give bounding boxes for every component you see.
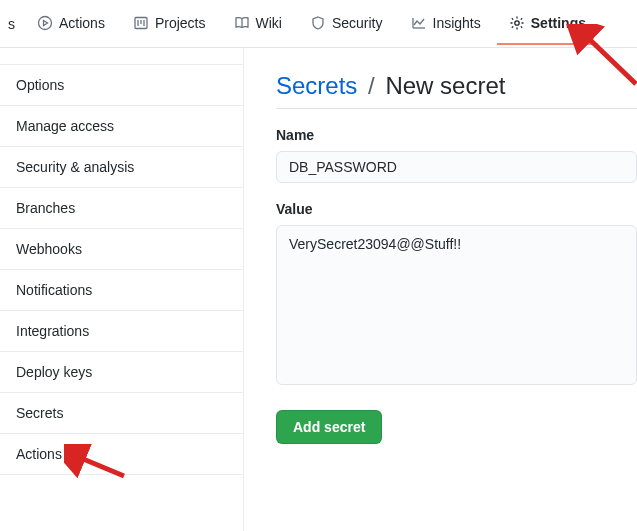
value-label: Value bbox=[276, 201, 637, 217]
sidebar-item-manage-access[interactable]: Manage access bbox=[0, 106, 243, 147]
gear-icon bbox=[509, 15, 525, 31]
svg-point-6 bbox=[515, 20, 519, 24]
layout: Options Manage access Security & analysi… bbox=[0, 48, 637, 531]
breadcrumb-link-secrets[interactable]: Secrets bbox=[276, 72, 357, 99]
sidebar-item-label: Integrations bbox=[16, 323, 89, 339]
sidebar-item-label: Options bbox=[16, 77, 64, 93]
sidebar-item-webhooks[interactable]: Webhooks bbox=[0, 229, 243, 270]
shield-icon bbox=[310, 15, 326, 31]
tab-insights[interactable]: Insights bbox=[399, 3, 493, 45]
name-field-group: Name bbox=[276, 127, 637, 183]
value-field-group: Value bbox=[276, 201, 637, 388]
sidebar-item-notifications[interactable]: Notifications bbox=[0, 270, 243, 311]
main-content: Secrets / New secret Name Value Add secr… bbox=[244, 48, 637, 531]
tab-settings[interactable]: Settings bbox=[497, 3, 598, 45]
add-secret-button[interactable]: Add secret bbox=[276, 410, 382, 444]
sidebar-item-secrets[interactable]: Secrets bbox=[0, 393, 243, 434]
sidebar-item-label: Webhooks bbox=[16, 241, 82, 257]
breadcrumb-separator: / bbox=[368, 72, 375, 99]
sidebar-item-label: Branches bbox=[16, 200, 75, 216]
name-label: Name bbox=[276, 127, 637, 143]
tab-label: Projects bbox=[155, 15, 206, 31]
sidebar-item-label: Secrets bbox=[16, 405, 63, 421]
settings-sidebar: Options Manage access Security & analysi… bbox=[0, 48, 244, 531]
project-icon bbox=[133, 15, 149, 31]
tab-security[interactable]: Security bbox=[298, 3, 395, 45]
sidebar-item-label: Actions bbox=[16, 446, 62, 462]
sidebar-item-label: Notifications bbox=[16, 282, 92, 298]
sidebar-item-label: Deploy keys bbox=[16, 364, 92, 380]
truncated-tab-fragment: s bbox=[8, 4, 21, 44]
sidebar-item-integrations[interactable]: Integrations bbox=[0, 311, 243, 352]
sidebar-list: Options Manage access Security & analysi… bbox=[0, 64, 243, 475]
tab-label: Security bbox=[332, 15, 383, 31]
sidebar-item-deploy-keys[interactable]: Deploy keys bbox=[0, 352, 243, 393]
tab-actions[interactable]: Actions bbox=[25, 3, 117, 45]
svg-point-0 bbox=[39, 16, 52, 29]
tab-label: Insights bbox=[433, 15, 481, 31]
sidebar-item-label: Manage access bbox=[16, 118, 114, 134]
secret-value-textarea[interactable] bbox=[276, 225, 637, 385]
sidebar-item-security-analysis[interactable]: Security & analysis bbox=[0, 147, 243, 188]
tab-wiki[interactable]: Wiki bbox=[222, 3, 294, 45]
repo-topnav: s Actions Projects Wiki Security Insight… bbox=[0, 0, 637, 48]
sidebar-item-actions[interactable]: Actions bbox=[0, 434, 243, 475]
book-icon bbox=[234, 15, 250, 31]
sidebar-item-branches[interactable]: Branches bbox=[0, 188, 243, 229]
tab-label: Wiki bbox=[256, 15, 282, 31]
sidebar-item-label: Security & analysis bbox=[16, 159, 134, 175]
sidebar-item-options[interactable]: Options bbox=[0, 64, 243, 106]
breadcrumb: Secrets / New secret bbox=[276, 72, 637, 109]
tab-label: Settings bbox=[531, 15, 586, 31]
tab-projects[interactable]: Projects bbox=[121, 3, 218, 45]
breadcrumb-current: New secret bbox=[385, 72, 505, 99]
tab-label: Actions bbox=[59, 15, 105, 31]
graph-icon bbox=[411, 15, 427, 31]
secret-name-input[interactable] bbox=[276, 151, 637, 183]
play-circle-icon bbox=[37, 15, 53, 31]
